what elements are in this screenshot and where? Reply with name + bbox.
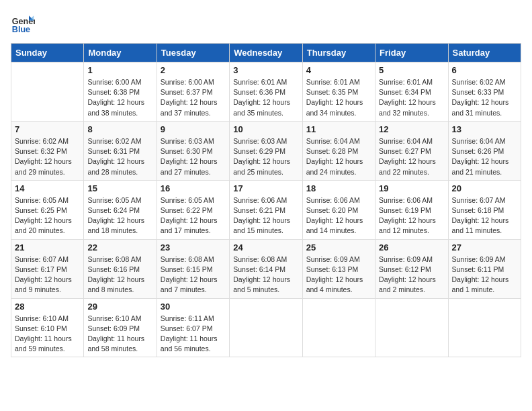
day-detail: Sunrise: 6:02 AM Sunset: 6:33 PM Dayligh…: [452, 77, 517, 118]
day-number: 18: [306, 183, 371, 193]
day-number: 13: [452, 124, 517, 134]
calendar-cell: 30Sunrise: 6:11 AM Sunset: 6:07 PM Dayli…: [157, 298, 229, 357]
day-number: 10: [233, 124, 298, 134]
day-detail: Sunrise: 6:07 AM Sunset: 6:17 PM Dayligh…: [15, 255, 80, 295]
day-detail: Sunrise: 6:03 AM Sunset: 6:29 PM Dayligh…: [233, 136, 298, 177]
calendar-cell: 25Sunrise: 6:09 AM Sunset: 6:13 PM Dayli…: [302, 239, 375, 298]
day-detail: Sunrise: 6:11 AM Sunset: 6:07 PM Dayligh…: [161, 314, 226, 355]
day-number: 21: [15, 242, 80, 253]
day-detail: Sunrise: 6:04 AM Sunset: 6:26 PM Dayligh…: [452, 136, 517, 177]
calendar-cell: 16Sunrise: 6:05 AM Sunset: 6:22 PM Dayli…: [157, 180, 229, 239]
week-row-4: 21Sunrise: 6:07 AM Sunset: 6:17 PM Dayli…: [11, 239, 521, 298]
day-detail: Sunrise: 6:04 AM Sunset: 6:27 PM Dayligh…: [379, 136, 444, 177]
calendar-cell: 10Sunrise: 6:03 AM Sunset: 6:29 PM Dayli…: [230, 121, 302, 180]
calendar-cell: 7Sunrise: 6:02 AM Sunset: 6:32 PM Daylig…: [11, 121, 84, 180]
calendar-cell: 2Sunrise: 6:00 AM Sunset: 6:37 PM Daylig…: [157, 62, 229, 122]
week-row-3: 14Sunrise: 6:05 AM Sunset: 6:25 PM Dayli…: [11, 180, 521, 239]
day-number: 6: [452, 65, 517, 75]
col-header-sunday: Sunday: [11, 44, 84, 62]
day-detail: Sunrise: 6:09 AM Sunset: 6:13 PM Dayligh…: [306, 255, 371, 295]
day-detail: Sunrise: 6:00 AM Sunset: 6:37 PM Dayligh…: [161, 77, 226, 118]
calendar-cell: 12Sunrise: 6:04 AM Sunset: 6:27 PM Dayli…: [375, 121, 448, 180]
calendar-cell: 24Sunrise: 6:08 AM Sunset: 6:14 PM Dayli…: [230, 239, 302, 298]
day-number: 30: [161, 302, 226, 312]
calendar-cell: 27Sunrise: 6:09 AM Sunset: 6:11 PM Dayli…: [448, 239, 521, 298]
week-row-1: 1Sunrise: 6:00 AM Sunset: 6:38 PM Daylig…: [11, 62, 521, 122]
calendar-header-row: SundayMondayTuesdayWednesdayThursdayFrid…: [11, 44, 521, 62]
day-detail: Sunrise: 6:03 AM Sunset: 6:30 PM Dayligh…: [161, 136, 226, 177]
day-number: 11: [306, 124, 371, 134]
day-number: 5: [379, 65, 444, 75]
day-detail: Sunrise: 6:00 AM Sunset: 6:38 PM Dayligh…: [87, 77, 152, 118]
day-detail: Sunrise: 6:07 AM Sunset: 6:18 PM Dayligh…: [452, 195, 517, 236]
calendar-cell: 19Sunrise: 6:06 AM Sunset: 6:19 PM Dayli…: [375, 180, 448, 239]
col-header-friday: Friday: [375, 44, 448, 62]
calendar-cell: [11, 62, 84, 122]
day-number: 28: [15, 302, 80, 312]
day-detail: Sunrise: 6:06 AM Sunset: 6:19 PM Dayligh…: [379, 195, 444, 236]
day-number: 12: [379, 124, 444, 134]
day-detail: Sunrise: 6:02 AM Sunset: 6:31 PM Dayligh…: [87, 136, 152, 177]
day-number: 29: [87, 302, 152, 312]
day-number: 22: [87, 242, 152, 253]
day-number: 27: [452, 242, 517, 253]
day-detail: Sunrise: 6:10 AM Sunset: 6:10 PM Dayligh…: [15, 314, 80, 355]
svg-text:Blue: Blue: [12, 25, 30, 34]
day-detail: Sunrise: 6:06 AM Sunset: 6:20 PM Dayligh…: [306, 195, 371, 236]
day-number: 7: [15, 124, 80, 134]
calendar-cell: 13Sunrise: 6:04 AM Sunset: 6:26 PM Dayli…: [448, 121, 521, 180]
calendar-cell: 11Sunrise: 6:04 AM Sunset: 6:28 PM Dayli…: [302, 121, 375, 180]
day-detail: Sunrise: 6:04 AM Sunset: 6:28 PM Dayligh…: [306, 136, 371, 177]
calendar-cell: [448, 298, 521, 357]
col-header-wednesday: Wednesday: [230, 44, 302, 62]
day-number: 24: [233, 242, 298, 253]
day-detail: Sunrise: 6:09 AM Sunset: 6:12 PM Dayligh…: [379, 255, 444, 295]
calendar-cell: 17Sunrise: 6:06 AM Sunset: 6:21 PM Dayli…: [230, 180, 302, 239]
day-detail: Sunrise: 6:09 AM Sunset: 6:11 PM Dayligh…: [452, 255, 517, 295]
day-detail: Sunrise: 6:06 AM Sunset: 6:21 PM Dayligh…: [233, 195, 298, 236]
calendar-cell: 14Sunrise: 6:05 AM Sunset: 6:25 PM Dayli…: [11, 180, 84, 239]
day-number: 20: [452, 183, 517, 193]
day-number: 15: [87, 183, 152, 193]
calendar-cell: 15Sunrise: 6:05 AM Sunset: 6:24 PM Dayli…: [84, 180, 157, 239]
day-number: 2: [161, 65, 226, 75]
calendar-cell: 18Sunrise: 6:06 AM Sunset: 6:20 PM Dayli…: [302, 180, 375, 239]
calendar-cell: 9Sunrise: 6:03 AM Sunset: 6:30 PM Daylig…: [157, 121, 229, 180]
day-detail: Sunrise: 6:05 AM Sunset: 6:25 PM Dayligh…: [15, 195, 80, 236]
logo-icon: General Blue: [11, 11, 35, 35]
logo: General Blue: [11, 11, 38, 35]
calendar-cell: 26Sunrise: 6:09 AM Sunset: 6:12 PM Dayli…: [375, 239, 448, 298]
day-detail: Sunrise: 6:08 AM Sunset: 6:16 PM Dayligh…: [87, 255, 152, 295]
calendar-cell: 6Sunrise: 6:02 AM Sunset: 6:33 PM Daylig…: [448, 62, 521, 122]
calendar-cell: 22Sunrise: 6:08 AM Sunset: 6:16 PM Dayli…: [84, 239, 157, 298]
day-detail: Sunrise: 6:08 AM Sunset: 6:15 PM Dayligh…: [161, 255, 226, 295]
day-number: 17: [233, 183, 298, 193]
calendar-cell: [230, 298, 302, 357]
calendar-cell: [375, 298, 448, 357]
day-number: 9: [161, 124, 226, 134]
day-number: 16: [161, 183, 226, 193]
day-number: 1: [87, 65, 152, 75]
day-number: 23: [161, 242, 226, 253]
day-detail: Sunrise: 6:01 AM Sunset: 6:36 PM Dayligh…: [233, 77, 298, 118]
day-detail: Sunrise: 6:08 AM Sunset: 6:14 PM Dayligh…: [233, 255, 298, 295]
calendar-cell: 23Sunrise: 6:08 AM Sunset: 6:15 PM Dayli…: [157, 239, 229, 298]
col-header-monday: Monday: [84, 44, 157, 62]
week-row-5: 28Sunrise: 6:10 AM Sunset: 6:10 PM Dayli…: [11, 298, 521, 357]
day-detail: Sunrise: 6:05 AM Sunset: 6:24 PM Dayligh…: [87, 195, 152, 236]
day-number: 3: [233, 65, 298, 75]
calendar-table: SundayMondayTuesdayWednesdayThursdayFrid…: [11, 43, 521, 357]
calendar-cell: 8Sunrise: 6:02 AM Sunset: 6:31 PM Daylig…: [84, 121, 157, 180]
col-header-saturday: Saturday: [448, 44, 521, 62]
day-number: 19: [379, 183, 444, 193]
calendar-cell: 4Sunrise: 6:01 AM Sunset: 6:35 PM Daylig…: [302, 62, 375, 122]
calendar-cell: 21Sunrise: 6:07 AM Sunset: 6:17 PM Dayli…: [11, 239, 84, 298]
col-header-tuesday: Tuesday: [157, 44, 229, 62]
day-detail: Sunrise: 6:05 AM Sunset: 6:22 PM Dayligh…: [161, 195, 226, 236]
day-number: 26: [379, 242, 444, 253]
calendar-cell: 28Sunrise: 6:10 AM Sunset: 6:10 PM Dayli…: [11, 298, 84, 357]
col-header-thursday: Thursday: [302, 44, 375, 62]
calendar-cell: [302, 298, 375, 357]
day-number: 8: [87, 124, 152, 134]
calendar-cell: 1Sunrise: 6:00 AM Sunset: 6:38 PM Daylig…: [84, 62, 157, 122]
